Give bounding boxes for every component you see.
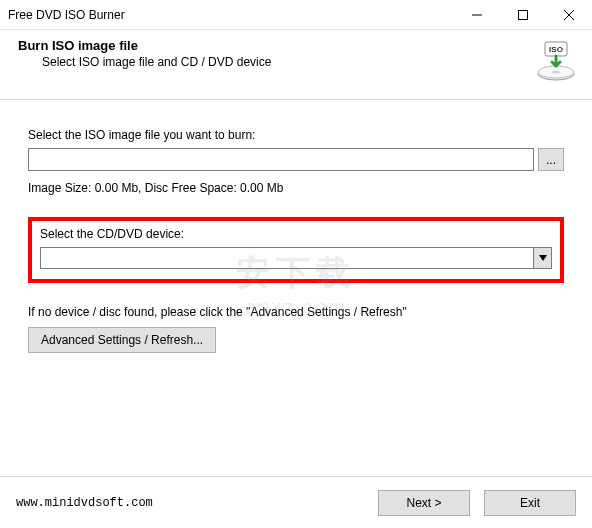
no-device-text: If no device / disc found, please click … xyxy=(28,305,564,319)
window-title: Free DVD ISO Burner xyxy=(0,8,454,22)
wizard-content: Select the ISO image file you want to bu… xyxy=(0,100,592,353)
device-label: Select the CD/DVD device: xyxy=(40,227,552,241)
iso-disc-icon: ISO xyxy=(535,40,577,85)
title-bar: Free DVD ISO Burner xyxy=(0,0,592,30)
chevron-down-icon[interactable] xyxy=(533,248,551,268)
close-button[interactable] xyxy=(546,0,592,30)
page-subtitle: Select ISO image file and CD / DVD devic… xyxy=(18,55,532,69)
advanced-settings-button[interactable]: Advanced Settings / Refresh... xyxy=(28,327,216,353)
device-combobox[interactable] xyxy=(40,247,552,269)
svg-text:ISO: ISO xyxy=(549,45,563,54)
browse-button[interactable]: ... xyxy=(538,148,564,171)
wizard-footer: www.minidvdsoft.com Next > Exit xyxy=(0,476,592,528)
svg-rect-1 xyxy=(519,10,528,19)
size-info: Image Size: 0.00 Mb, Disc Free Space: 0.… xyxy=(28,181,564,195)
wizard-header: Burn ISO image file Select ISO image fil… xyxy=(0,30,592,100)
maximize-button[interactable] xyxy=(500,0,546,30)
next-button[interactable]: Next > xyxy=(378,490,470,516)
footer-url: www.minidvdsoft.com xyxy=(16,496,364,510)
exit-button[interactable]: Exit xyxy=(484,490,576,516)
iso-file-input[interactable] xyxy=(28,148,534,171)
minimize-button[interactable] xyxy=(454,0,500,30)
page-title: Burn ISO image file xyxy=(18,38,532,53)
device-highlight-box: Select the CD/DVD device: xyxy=(28,217,564,283)
iso-file-label: Select the ISO image file you want to bu… xyxy=(28,128,564,142)
svg-point-6 xyxy=(552,71,560,74)
